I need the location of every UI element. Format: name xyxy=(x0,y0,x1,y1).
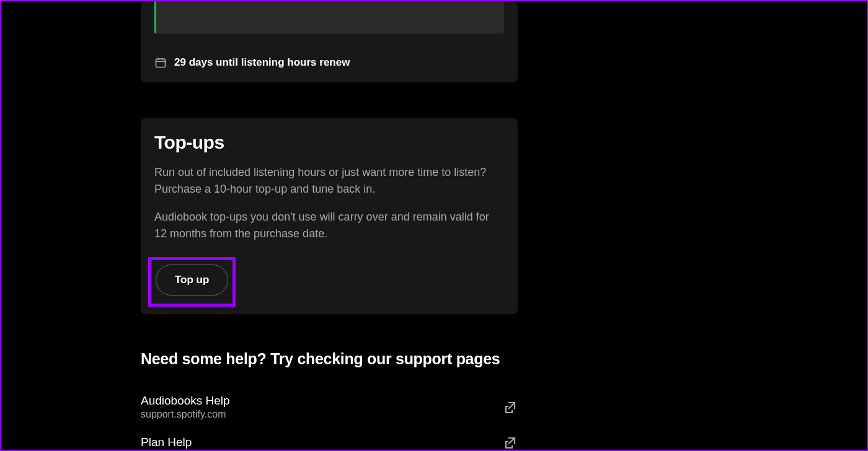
help-link-subtitle: support.spotify.com xyxy=(141,409,230,420)
listening-progress-fill xyxy=(154,1,156,33)
help-link-audiobooks[interactable]: Audiobooks Help support.spotify.com xyxy=(141,387,518,427)
svg-line-4 xyxy=(508,403,515,409)
renew-text: 29 days until listening hours renew xyxy=(174,56,350,69)
topups-card: Top-ups Run out of included listening ho… xyxy=(141,118,518,314)
external-link-icon xyxy=(503,435,518,450)
help-link-title: Plan Help xyxy=(141,436,192,449)
renew-row: 29 days until listening hours renew xyxy=(154,56,504,69)
calendar-icon xyxy=(154,56,167,69)
help-link-plan[interactable]: Plan Help xyxy=(141,427,518,450)
topups-title: Top-ups xyxy=(154,132,504,153)
svg-line-5 xyxy=(508,438,515,444)
help-link-title: Audiobooks Help xyxy=(141,394,230,408)
listening-hours-card: 29 days until listening hours renew xyxy=(141,1,518,82)
topup-button[interactable]: Top up xyxy=(156,265,228,296)
listening-progress-bar xyxy=(154,1,504,33)
svg-rect-0 xyxy=(156,59,166,67)
divider xyxy=(154,45,504,45)
annotation-highlight: Top up xyxy=(148,257,236,307)
help-heading: Need some help? Try checking our support… xyxy=(141,350,518,368)
external-link-icon xyxy=(503,400,518,414)
topups-description-2: Audiobook top-ups you don't use will car… xyxy=(154,209,504,242)
topups-description-1: Run out of included listening hours or j… xyxy=(154,164,504,198)
